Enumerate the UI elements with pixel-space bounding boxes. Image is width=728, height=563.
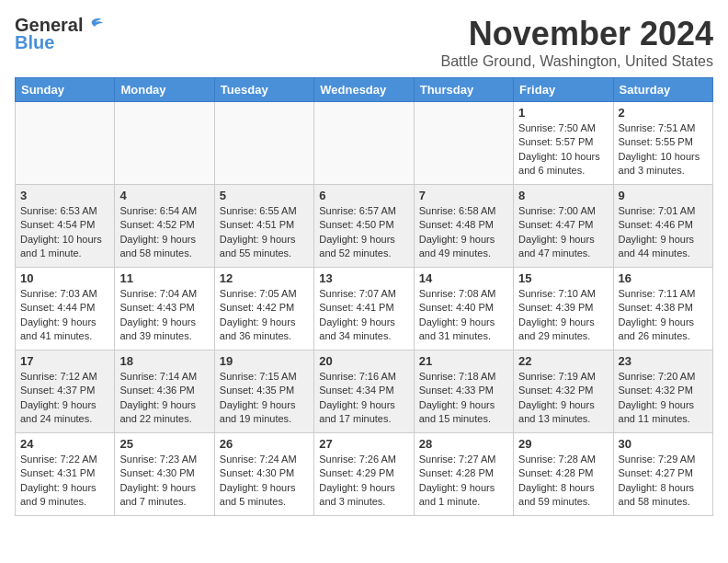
- day-info: Sunrise: 7:29 AM Sunset: 4:27 PM Dayligh…: [619, 453, 708, 510]
- day-info: Sunrise: 7:05 AM Sunset: 4:42 PM Dayligh…: [220, 287, 309, 344]
- calendar-cell: 18Sunrise: 7:14 AM Sunset: 4:36 PM Dayli…: [115, 350, 214, 433]
- day-info: Sunrise: 7:11 AM Sunset: 4:38 PM Dayligh…: [619, 287, 708, 344]
- calendar-cell: 23Sunrise: 7:20 AM Sunset: 4:32 PM Dayli…: [613, 350, 712, 433]
- day-number: 23: [619, 354, 708, 368]
- day-info: Sunrise: 7:23 AM Sunset: 4:30 PM Dayligh…: [119, 453, 209, 510]
- day-number: 18: [119, 354, 209, 368]
- calendar-cell: 5Sunrise: 6:55 AM Sunset: 4:51 PM Daylig…: [214, 185, 313, 268]
- day-number: 25: [119, 437, 209, 451]
- day-number: 29: [518, 437, 608, 451]
- day-number: 24: [20, 437, 109, 451]
- day-number: 28: [419, 437, 508, 451]
- day-number: 7: [419, 189, 508, 202]
- day-info: Sunrise: 7:01 AM Sunset: 4:46 PM Dayligh…: [619, 204, 708, 261]
- day-info: Sunrise: 7:03 AM Sunset: 4:44 PM Dayligh…: [20, 287, 109, 344]
- day-number: 21: [419, 354, 508, 368]
- calendar-cell: 26Sunrise: 7:24 AM Sunset: 4:30 PM Dayli…: [214, 433, 313, 516]
- weekday-header: Monday: [115, 78, 214, 102]
- calendar-table: SundayMondayTuesdayWednesdayThursdayFrid…: [15, 77, 713, 516]
- calendar-cell: 16Sunrise: 7:11 AM Sunset: 4:38 PM Dayli…: [613, 268, 712, 350]
- day-info: Sunrise: 7:50 AM Sunset: 5:57 PM Dayligh…: [518, 121, 608, 178]
- calendar-cell: 14Sunrise: 7:08 AM Sunset: 4:40 PM Dayli…: [414, 268, 513, 350]
- calendar-cell: 6Sunrise: 6:57 AM Sunset: 4:50 PM Daylig…: [314, 185, 414, 268]
- day-number: 27: [319, 437, 408, 451]
- day-number: 17: [20, 354, 109, 368]
- weekday-header: Tuesday: [214, 78, 313, 102]
- calendar-cell: 2Sunrise: 7:51 AM Sunset: 5:55 PM Daylig…: [613, 102, 712, 185]
- calendar-cell: 1Sunrise: 7:50 AM Sunset: 5:57 PM Daylig…: [514, 102, 613, 185]
- logo-text-blue: Blue: [15, 32, 54, 53]
- day-number: 12: [220, 271, 309, 285]
- calendar-cell: 4Sunrise: 6:54 AM Sunset: 4:52 PM Daylig…: [115, 185, 214, 268]
- day-info: Sunrise: 7:04 AM Sunset: 4:43 PM Dayligh…: [119, 287, 209, 344]
- calendar-cell: 30Sunrise: 7:29 AM Sunset: 4:27 PM Dayli…: [613, 433, 712, 516]
- calendar-cell: [115, 102, 214, 185]
- day-number: 1: [518, 106, 608, 120]
- calendar-cell: 15Sunrise: 7:10 AM Sunset: 4:39 PM Dayli…: [514, 268, 613, 350]
- day-info: Sunrise: 7:00 AM Sunset: 4:47 PM Dayligh…: [518, 204, 608, 261]
- day-number: 15: [518, 271, 608, 285]
- day-number: 11: [119, 271, 209, 285]
- logo-bird-icon: [83, 17, 103, 34]
- calendar-week-row: 10Sunrise: 7:03 AM Sunset: 4:44 PM Dayli…: [16, 268, 713, 350]
- day-info: Sunrise: 6:53 AM Sunset: 4:54 PM Dayligh…: [20, 204, 109, 261]
- day-number: 14: [419, 271, 508, 285]
- calendar-cell: 20Sunrise: 7:16 AM Sunset: 4:34 PM Dayli…: [314, 350, 414, 433]
- day-info: Sunrise: 6:54 AM Sunset: 4:52 PM Dayligh…: [119, 204, 209, 261]
- day-info: Sunrise: 6:57 AM Sunset: 4:50 PM Dayligh…: [319, 204, 408, 261]
- calendar-cell: [414, 102, 513, 185]
- day-info: Sunrise: 7:10 AM Sunset: 4:39 PM Dayligh…: [518, 287, 608, 344]
- day-info: Sunrise: 7:18 AM Sunset: 4:33 PM Dayligh…: [419, 370, 508, 427]
- day-number: 3: [20, 189, 109, 202]
- calendar-cell: 10Sunrise: 7:03 AM Sunset: 4:44 PM Dayli…: [16, 268, 115, 350]
- calendar-cell: 25Sunrise: 7:23 AM Sunset: 4:30 PM Dayli…: [115, 433, 214, 516]
- weekday-header: Saturday: [613, 78, 712, 102]
- calendar-cell: 24Sunrise: 7:22 AM Sunset: 4:31 PM Dayli…: [16, 433, 115, 516]
- day-number: 4: [119, 189, 209, 202]
- day-number: 19: [220, 354, 309, 368]
- day-info: Sunrise: 6:55 AM Sunset: 4:51 PM Dayligh…: [220, 204, 309, 261]
- day-info: Sunrise: 7:07 AM Sunset: 4:41 PM Dayligh…: [319, 287, 408, 344]
- logo: General Blue: [15, 15, 103, 53]
- day-info: Sunrise: 7:20 AM Sunset: 4:32 PM Dayligh…: [619, 370, 708, 427]
- day-number: 26: [220, 437, 309, 451]
- calendar-cell: 11Sunrise: 7:04 AM Sunset: 4:43 PM Dayli…: [115, 268, 214, 350]
- day-number: 30: [619, 437, 708, 451]
- day-info: Sunrise: 7:16 AM Sunset: 4:34 PM Dayligh…: [319, 370, 408, 427]
- calendar-cell: 29Sunrise: 7:28 AM Sunset: 4:28 PM Dayli…: [514, 433, 613, 516]
- calendar-cell: 27Sunrise: 7:26 AM Sunset: 4:29 PM Dayli…: [314, 433, 414, 516]
- calendar-cell: 9Sunrise: 7:01 AM Sunset: 4:46 PM Daylig…: [613, 185, 712, 268]
- calendar-week-row: 24Sunrise: 7:22 AM Sunset: 4:31 PM Dayli…: [16, 433, 713, 516]
- day-number: 2: [619, 106, 708, 120]
- day-number: 6: [319, 189, 408, 202]
- calendar-cell: 12Sunrise: 7:05 AM Sunset: 4:42 PM Dayli…: [214, 268, 313, 350]
- day-info: Sunrise: 7:14 AM Sunset: 4:36 PM Dayligh…: [119, 370, 209, 427]
- day-info: Sunrise: 7:27 AM Sunset: 4:28 PM Dayligh…: [419, 453, 508, 510]
- day-info: Sunrise: 6:58 AM Sunset: 4:48 PM Dayligh…: [419, 204, 508, 261]
- day-info: Sunrise: 7:26 AM Sunset: 4:29 PM Dayligh…: [319, 453, 408, 510]
- calendar-cell: 8Sunrise: 7:00 AM Sunset: 4:47 PM Daylig…: [514, 185, 613, 268]
- day-info: Sunrise: 7:22 AM Sunset: 4:31 PM Dayligh…: [20, 453, 109, 510]
- calendar-week-row: 1Sunrise: 7:50 AM Sunset: 5:57 PM Daylig…: [16, 102, 713, 185]
- calendar-cell: 28Sunrise: 7:27 AM Sunset: 4:28 PM Dayli…: [414, 433, 513, 516]
- calendar-cell: 3Sunrise: 6:53 AM Sunset: 4:54 PM Daylig…: [16, 185, 115, 268]
- day-info: Sunrise: 7:24 AM Sunset: 4:30 PM Dayligh…: [220, 453, 309, 510]
- title-area: November 2024 Battle Ground, Washington,…: [441, 15, 713, 70]
- page-header: General Blue November 2024 Battle Ground…: [15, 15, 713, 70]
- calendar-cell: [16, 102, 115, 185]
- day-number: 16: [619, 271, 708, 285]
- day-info: Sunrise: 7:12 AM Sunset: 4:37 PM Dayligh…: [20, 370, 109, 427]
- weekday-header: Wednesday: [314, 78, 414, 102]
- day-number: 13: [319, 271, 408, 285]
- weekday-header: Sunday: [16, 78, 115, 102]
- day-number: 20: [319, 354, 408, 368]
- calendar-week-row: 3Sunrise: 6:53 AM Sunset: 4:54 PM Daylig…: [16, 185, 713, 268]
- month-title: November 2024: [441, 15, 713, 53]
- day-number: 10: [20, 271, 109, 285]
- weekday-header: Thursday: [414, 78, 513, 102]
- calendar-week-row: 17Sunrise: 7:12 AM Sunset: 4:37 PM Dayli…: [16, 350, 713, 433]
- calendar-header-row: SundayMondayTuesdayWednesdayThursdayFrid…: [16, 78, 713, 102]
- calendar-cell: [214, 102, 313, 185]
- calendar-cell: 13Sunrise: 7:07 AM Sunset: 4:41 PM Dayli…: [314, 268, 414, 350]
- day-number: 8: [518, 189, 608, 202]
